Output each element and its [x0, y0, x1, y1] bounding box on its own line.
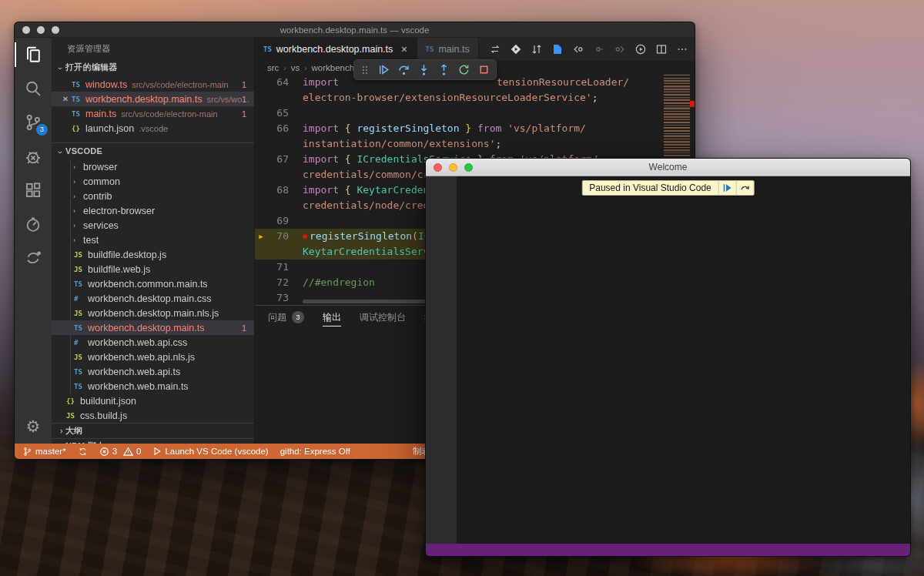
close-tab-icon[interactable]: ✕: [400, 45, 407, 55]
code-token: {: [339, 183, 357, 198]
timer-extension-icon[interactable]: [15, 207, 52, 241]
problems-status[interactable]: 3 0: [99, 447, 142, 457]
item-name: test: [83, 235, 99, 246]
gutter[interactable]: 73: [255, 290, 303, 305]
sync-status-icon[interactable]: [78, 447, 88, 457]
debug-step-into-button[interactable]: [417, 63, 430, 76]
outline-section-header[interactable]: ⌄ 大纲: [52, 423, 254, 438]
line-number: 71: [267, 260, 289, 275]
js-file-icon: JS: [74, 251, 88, 259]
split-editor-icon[interactable]: [655, 43, 668, 55]
extensions-icon[interactable]: [15, 173, 52, 207]
run-diamond-icon[interactable]: [510, 43, 522, 55]
settings-gear-icon[interactable]: ⚙: [15, 410, 52, 444]
tree-folder-common[interactable]: ›common: [52, 174, 254, 189]
gutter-spacer: [255, 183, 267, 198]
gutter[interactable]: [255, 244, 303, 260]
navigate-back-icon[interactable]: [572, 43, 584, 55]
tree-file-css.build.js[interactable]: JScss.build.js: [52, 408, 254, 423]
open-editor-item[interactable]: {}launch.json.vscode: [52, 121, 254, 136]
gutter[interactable]: 71: [255, 260, 303, 275]
tree-folder-browser[interactable]: ›browser: [52, 159, 254, 174]
breadcrumb-item[interactable]: src: [267, 63, 279, 72]
gutter[interactable]: 72: [255, 275, 303, 290]
navigate-forward-icon[interactable]: [614, 43, 626, 55]
tree-file-workbench.desktop.main.css[interactable]: #workbench.desktop.main.css: [52, 291, 254, 306]
item-name: common: [83, 176, 120, 187]
git-branch-status[interactable]: master*: [22, 447, 66, 457]
run-circle-icon[interactable]: [634, 43, 647, 55]
banner-step-over-button[interactable]: [736, 181, 754, 195]
panel-tab-problems[interactable]: 问题 3: [268, 306, 304, 329]
gutter[interactable]: [255, 90, 303, 105]
tree-file-workbench.common.main.ts[interactable]: TSworkbench.common.main.ts: [52, 276, 254, 291]
tree-folder-services[interactable]: ›services: [52, 218, 254, 233]
css-file-icon: #: [74, 339, 88, 347]
tree-file-workbench.web.main.ts[interactable]: TSworkbench.web.main.ts: [52, 379, 254, 393]
banner-continue-button[interactable]: [718, 181, 736, 195]
gutter[interactable]: 68: [255, 183, 303, 198]
open-editor-item[interactable]: ✕TSworkbench.desktop.main.tssrc/vs/wo...…: [52, 92, 254, 106]
breadcrumb-item[interactable]: vs: [291, 63, 300, 72]
gutter[interactable]: [255, 136, 303, 152]
tree-file-workbench.web.api.ts[interactable]: TSworkbench.web.api.ts: [52, 364, 254, 379]
breadcrumb-item[interactable]: workbench: [312, 63, 355, 72]
gutter-spacer: [255, 275, 267, 290]
debug-current-line-arrow: ▶: [255, 229, 267, 244]
tree-file-workbench.web.api.nls.js[interactable]: JSworkbench.web.api.nls.js: [52, 350, 254, 364]
launch-config-status[interactable]: Launch VS Code (vscode): [152, 447, 268, 456]
tree-folder-electron-browser[interactable]: ›electron-browser: [52, 203, 254, 218]
line-number: 70: [267, 229, 289, 244]
panel-tab-debug-console[interactable]: 调试控制台: [360, 306, 406, 329]
debug-stop-button[interactable]: [477, 63, 490, 76]
open-file-blue-icon[interactable]: [551, 43, 564, 55]
debug-step-out-button[interactable]: [437, 63, 450, 76]
panel-tab-output[interactable]: 输出: [323, 306, 341, 329]
debug-restart-button[interactable]: [457, 63, 470, 76]
code-token: electron-browser/extensionResourceLoader…: [303, 90, 592, 105]
window1-titlebar[interactable]: workbench.desktop.main.ts — vscode: [15, 22, 695, 38]
code-token: ;: [592, 90, 598, 105]
tree-folder-test[interactable]: ›test: [52, 233, 254, 247]
tab-workbench-desktop-main-ts[interactable]: TS workbench.desktop.main.ts ✕: [255, 38, 417, 61]
gutter[interactable]: 66: [255, 121, 303, 136]
window2-titlebar[interactable]: Welcome: [426, 159, 910, 176]
tab-main-ts[interactable]: TS main.ts: [417, 38, 479, 61]
gutter[interactable]: [255, 167, 303, 183]
navigate-dot-icon[interactable]: [593, 43, 605, 55]
debug-continue-button[interactable]: [377, 63, 390, 76]
debug-step-over-button[interactable]: [397, 63, 410, 76]
error-count-badge: 1: [242, 80, 246, 89]
debug-icon[interactable]: [15, 139, 52, 173]
gutter[interactable]: 65: [255, 105, 303, 121]
tree-file-workbench.desktop.main.nls.js[interactable]: JSworkbench.desktop.main.nls.js: [52, 306, 254, 320]
explorer-icon[interactable]: [15, 38, 52, 72]
code-line-66-wrap: instantiation/common/extensions';: [255, 136, 695, 152]
open-changes-icon[interactable]: [489, 43, 501, 55]
search-icon[interactable]: [15, 72, 52, 105]
project-section-header[interactable]: ⌄ VSCODE: [52, 142, 254, 158]
code-token: //#endregion: [303, 275, 375, 290]
gutter[interactable]: [255, 198, 303, 213]
gutter[interactable]: 69: [255, 213, 303, 229]
githd-status[interactable]: githd: Express Off: [280, 447, 350, 456]
tree-folder-contrib[interactable]: ›contrib: [52, 189, 254, 203]
drag-grip-icon[interactable]: [360, 64, 370, 76]
file-name: workbench.desktop.main.ts: [85, 94, 202, 105]
tree-file-buildunit.json[interactable]: {}buildunit.json: [52, 393, 254, 408]
tree-file-workbench.desktop.main.ts[interactable]: TSworkbench.desktop.main.ts1: [52, 320, 254, 335]
gutter[interactable]: ▶70: [255, 229, 303, 244]
tree-file-buildfile.desktop.js[interactable]: JSbuildfile.desktop.js: [52, 247, 254, 262]
tree-file-workbench.web.api.css[interactable]: #workbench.web.api.css: [52, 335, 254, 350]
gutter[interactable]: 67: [255, 152, 303, 167]
source-control-icon[interactable]: 3: [15, 105, 52, 139]
close-editor-icon[interactable]: ✕: [59, 95, 72, 103]
open-editor-item[interactable]: TSwindow.tssrc/vs/code/electron-main1: [52, 77, 254, 92]
sync-extension-icon[interactable]: [15, 241, 52, 275]
more-actions-icon[interactable]: [676, 43, 688, 55]
open-editor-item[interactable]: TSmain.tssrc/vs/code/electron-main1: [52, 106, 254, 121]
tree-file-buildfile.web.js[interactable]: JSbuildfile.web.js: [52, 262, 254, 276]
open-editors-header[interactable]: ⌄ 打开的编辑器: [52, 59, 254, 75]
git-sync-branch-icon[interactable]: [531, 43, 543, 55]
gutter[interactable]: 64: [255, 75, 303, 90]
